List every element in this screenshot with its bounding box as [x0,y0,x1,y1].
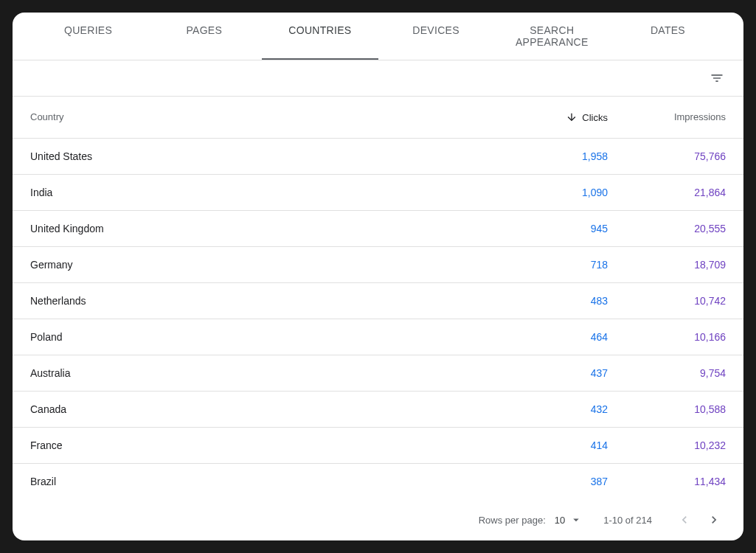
cell-country: France [30,439,490,451]
table-row[interactable]: United Kingdom94520,555 [13,211,743,247]
cell-impressions: 10,166 [608,331,726,343]
tab-countries[interactable]: COUNTRIES [262,13,378,60]
table-row[interactable]: Germany71818,709 [13,247,743,283]
cell-impressions: 20,555 [608,223,726,234]
rows-per-page-value: 10 [555,515,565,526]
cell-clicks: 718 [490,259,608,271]
tabs: QUERIESPAGESCOUNTRIESDEVICESSEARCH APPEA… [13,13,743,60]
chevron-down-icon [569,513,583,526]
cell-country: Netherlands [30,295,490,307]
tab-search-appearance[interactable]: SEARCH APPEARANCE [494,13,610,60]
header-clicks[interactable]: Clicks [490,111,608,123]
table-body: United States1,95875,766India1,09021,864… [13,139,743,499]
analytics-card: QUERIESPAGESCOUNTRIESDEVICESSEARCH APPEA… [13,13,743,540]
cell-impressions: 18,709 [608,259,726,271]
table-row[interactable]: Australia4379,754 [13,355,743,392]
cell-country: Australia [30,367,490,379]
cell-country: Poland [30,331,490,343]
header-country[interactable]: Country [30,111,490,123]
cell-clicks: 414 [490,439,608,451]
table-row[interactable]: Canada43210,588 [13,392,743,428]
tab-pages[interactable]: PAGES [146,13,262,60]
rows-per-page-label: Rows per page: [479,515,546,526]
filter-bar [13,60,743,97]
tab-dates[interactable]: DATES [610,13,726,60]
cell-clicks: 945 [490,223,608,234]
header-impressions[interactable]: Impressions [608,111,726,123]
table-footer: Rows per page: 10 1-10 of 214 [13,499,743,540]
rows-per-page-select[interactable]: 10 [555,513,583,526]
cell-country: Germany [30,259,490,271]
chevron-left-icon [677,512,692,527]
tab-queries[interactable]: QUERIES [30,13,146,60]
cell-country: United States [30,150,490,162]
cell-country: Canada [30,403,490,415]
cell-clicks: 1,958 [490,150,608,162]
cell-clicks: 464 [490,331,608,343]
table-row[interactable]: Brazil38711,434 [13,464,743,499]
sort-desc-icon [566,111,578,123]
cell-impressions: 10,232 [608,439,726,451]
table-row[interactable]: United States1,95875,766 [13,139,743,175]
pagination-range: 1-10 of 214 [603,515,652,526]
table-row[interactable]: Poland46410,166 [13,319,743,355]
cell-impressions: 75,766 [608,150,726,162]
tab-devices[interactable]: DEVICES [378,13,494,60]
cell-country: Brazil [30,476,490,487]
next-page-button[interactable] [702,508,726,532]
cell-clicks: 483 [490,295,608,307]
chevron-right-icon [707,512,721,527]
prev-page-button[interactable] [673,508,696,532]
cell-impressions: 11,434 [608,476,726,487]
cell-country: India [30,187,490,198]
filter-icon[interactable] [708,69,726,87]
table-row[interactable]: France41410,232 [13,428,743,464]
cell-impressions: 21,864 [608,187,726,198]
cell-country: United Kingdom [30,223,490,234]
table-row[interactable]: India1,09021,864 [13,175,743,211]
cell-clicks: 1,090 [490,187,608,198]
table-header: Country Clicks Impressions [13,97,743,139]
cell-impressions: 10,742 [608,295,726,307]
cell-clicks: 437 [490,367,608,379]
header-clicks-label: Clicks [582,112,608,123]
table-row[interactable]: Netherlands48310,742 [13,283,743,319]
rows-per-page: Rows per page: 10 [479,513,583,526]
cell-impressions: 9,754 [608,367,726,379]
cell-impressions: 10,588 [608,403,726,415]
cell-clicks: 387 [490,476,608,487]
cell-clicks: 432 [490,403,608,415]
